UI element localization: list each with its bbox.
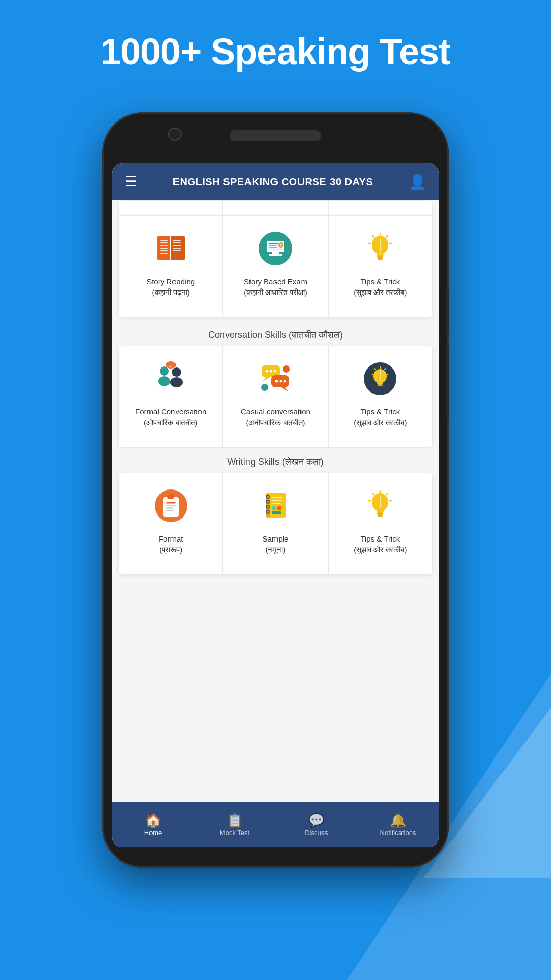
svg-marker-43 — [263, 377, 270, 381]
partial-row — [118, 200, 433, 215]
nav-discuss-label: Discuss — [305, 829, 328, 837]
svg-rect-82 — [272, 511, 281, 514]
svg-point-52 — [261, 384, 268, 391]
card-tips-3[interactable]: Tips & Trick (सुझाव और तरकीब) — [328, 473, 433, 575]
app-title: ENGLISH SPEAKING COURSE 30 DAYS — [137, 176, 409, 188]
svg-rect-34 — [378, 253, 382, 254]
phone-mockup: ☰ ENGLISH SPEAKING COURSE 30 DAYS 👤 — [102, 112, 449, 868]
svg-rect-4 — [160, 240, 168, 241]
bulb-yellow-icon — [360, 228, 400, 269]
grid-reading: Story Reading (कहानी पढ़ना) — [118, 215, 433, 317]
svg-rect-81 — [277, 506, 281, 510]
svg-rect-6 — [160, 245, 168, 246]
svg-point-36 — [160, 366, 169, 376]
nav-notifications-label: Notifications — [380, 829, 416, 837]
svg-point-47 — [269, 370, 272, 373]
card-sample[interactable]: Sample (नमूना) — [223, 473, 328, 575]
menu-icon[interactable]: ☰ — [124, 175, 137, 189]
card-format[interactable]: Format (प्रारूप) — [118, 473, 223, 575]
svg-rect-19 — [269, 254, 282, 256]
card-label-tips-3: Tips & Trick (सुझाव और तरकीब) — [354, 533, 407, 555]
svg-rect-20 — [269, 243, 278, 244]
svg-marker-45 — [281, 387, 288, 391]
svg-rect-85 — [377, 513, 383, 515]
svg-rect-77 — [272, 497, 282, 498]
card-formal-conversation[interactable]: ... Formal Conversation (औपचारिक बातचीत) — [118, 346, 223, 448]
card-label-sample: Sample (नमूना) — [263, 533, 289, 555]
svg-point-39 — [170, 377, 183, 387]
svg-line-32 — [372, 236, 374, 237]
home-icon: 🏠 — [145, 814, 161, 827]
chat-icon — [255, 358, 296, 399]
card-label-tips-2: Tips & Trick (सुझाव और तरकीब) — [354, 406, 407, 428]
svg-rect-68 — [166, 505, 176, 506]
card-story-reading[interactable]: Story Reading (कहानी पढ़ना) — [118, 215, 223, 317]
svg-rect-11 — [173, 242, 181, 243]
card-label-tips-1: Tips & Trick (सुझाव और तरकीब) — [354, 276, 407, 298]
svg-rect-57 — [378, 384, 383, 386]
phone-speaker — [230, 130, 321, 141]
grid-writing: Format (प्रारूप) — [118, 473, 433, 575]
card-story-exam[interactable]: T Story Based Exam (कहानी आधारित परीक्षा… — [223, 215, 328, 317]
partial-cell-1 — [118, 200, 223, 215]
svg-rect-13 — [173, 248, 181, 249]
svg-rect-69 — [166, 507, 173, 509]
svg-point-51 — [283, 380, 286, 383]
phone-button-2 — [446, 347, 449, 419]
grid-conversation: ... Formal Conversation (औपचारिक बातचीत) — [118, 346, 433, 448]
section-label-writing: Writing Skills (लेखन कला) — [112, 448, 439, 473]
bulb-dark-icon — [360, 358, 400, 399]
bottom-nav: 🏠 Home 📋 Mock Test 💬 Discuss 🔔 Notificat… — [112, 802, 439, 847]
section-label-conversation: Conversation Skills (बातचीत कौशल) — [112, 321, 439, 346]
monitor-icon: T — [255, 228, 296, 269]
nav-home-label: Home — [144, 829, 162, 837]
svg-line-62 — [374, 369, 375, 370]
svg-rect-66 — [167, 494, 174, 499]
svg-rect-84 — [377, 510, 384, 513]
svg-rect-5 — [160, 242, 168, 243]
svg-rect-80 — [272, 506, 276, 510]
partial-cell-3 — [328, 200, 433, 215]
mock-test-icon: 📋 — [227, 814, 243, 827]
headline: 1000+ Speaking Test — [0, 31, 551, 72]
svg-rect-8 — [160, 250, 168, 251]
clipboard-icon — [151, 485, 191, 526]
card-tips-2[interactable]: Tips & Trick (सुझाव और तरकीब) — [328, 346, 433, 448]
svg-line-88 — [386, 493, 388, 495]
card-tips-1[interactable]: Tips & Trick (सुझाव और तरकीब) — [328, 215, 433, 317]
svg-point-37 — [158, 376, 170, 386]
svg-rect-70 — [166, 510, 174, 511]
svg-rect-56 — [377, 382, 383, 384]
svg-rect-28 — [378, 258, 383, 260]
app-header: ☰ ENGLISH SPEAKING COURSE 30 DAYS 👤 — [112, 163, 439, 200]
svg-rect-78 — [272, 500, 282, 501]
svg-point-49 — [275, 380, 278, 383]
svg-rect-18 — [272, 252, 279, 254]
card-label-format: Format (प्रारूप) — [159, 533, 183, 555]
phone-camera — [168, 128, 182, 141]
nav-home[interactable]: 🏠 Home — [112, 802, 194, 847]
svg-rect-86 — [378, 515, 383, 517]
svg-point-53 — [283, 365, 290, 373]
notebook-icon — [255, 485, 296, 526]
nav-discuss[interactable]: 💬 Discuss — [276, 802, 357, 847]
nav-mock-test-label: Mock Test — [220, 829, 249, 837]
svg-point-48 — [273, 370, 276, 373]
svg-rect-65 — [163, 497, 179, 517]
svg-text:T: T — [280, 244, 282, 248]
svg-line-30 — [386, 236, 388, 237]
svg-rect-27 — [377, 256, 383, 258]
profile-icon[interactable]: 👤 — [409, 174, 427, 190]
app-content[interactable]: Story Reading (कहानी पढ़ना) — [112, 200, 439, 802]
section-reading: Story Reading (कहानी पढ़ना) — [118, 215, 433, 317]
people-icon: ... — [151, 358, 191, 399]
svg-rect-22 — [269, 247, 277, 248]
phone-screen: ☰ ENGLISH SPEAKING COURSE 30 DAYS 👤 — [112, 163, 439, 847]
card-casual-conversation[interactable]: Casual conversation (अनौपचारिक बातचीत) — [223, 346, 328, 448]
svg-rect-12 — [173, 245, 181, 246]
svg-rect-9 — [160, 253, 168, 254]
card-label-casual: Casual conversation (अनौपचारिक बातचीत) — [241, 406, 310, 428]
nav-mock-test[interactable]: 📋 Mock Test — [194, 802, 276, 847]
svg-point-50 — [279, 380, 282, 383]
nav-notifications[interactable]: 🔔 Notifications — [357, 802, 439, 847]
